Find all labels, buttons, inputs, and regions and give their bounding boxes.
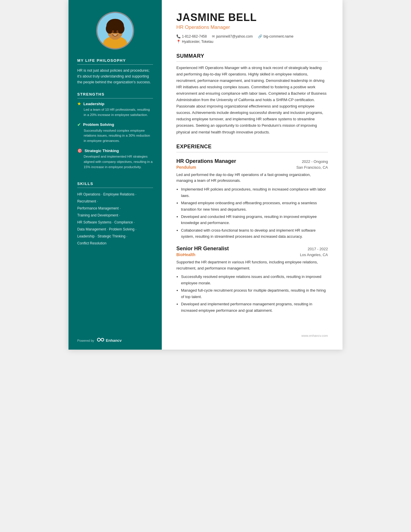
experience-title: EXPERIENCE bbox=[176, 144, 328, 152]
strength-title-leadership: ★ Leadership bbox=[77, 101, 153, 106]
job-2-bullet-1: Successfully resolved employee relations… bbox=[181, 274, 328, 286]
contact-location: 📍 Hyattcester, Tokelau bbox=[176, 40, 213, 44]
philosophy-section: MY LIFE PHILOSOPHY HR is not just about … bbox=[68, 58, 162, 92]
experience-section: EXPERIENCE HR Operations Manager 2022 - … bbox=[176, 144, 328, 315]
strength-title-problem: ✔ Problem Solving bbox=[77, 122, 153, 127]
link-icon: 🔗 bbox=[258, 34, 262, 38]
job-2-location: Los Angeles, CA bbox=[300, 253, 328, 257]
contact-row-1: 📞 1-812-662-7458 ✉ jasmine87@yahoo.com 🔗… bbox=[176, 34, 328, 38]
job-1-company: Pendulum bbox=[176, 165, 196, 170]
strength-desc-problem: Successfully resolved complex employee r… bbox=[77, 128, 153, 144]
photo-area bbox=[68, 0, 162, 58]
job-2-dates: 2017 - 2022 bbox=[308, 247, 328, 251]
powered-by-label: Powered by bbox=[77, 339, 94, 342]
job-1-header: HR Operations Manager 2022 - Ongoing bbox=[176, 158, 328, 164]
enhancv-logo: Enhancv bbox=[96, 337, 122, 344]
summary-section: SUMMARY Experienced HR Operations Manage… bbox=[176, 53, 328, 135]
job-2-bullet-3: Developed and implemented performance ma… bbox=[181, 301, 328, 313]
strength-label-strategic: Strategic Thinking bbox=[85, 149, 119, 153]
strength-strategic: 🎯 Strategic Thinking Developed and imple… bbox=[77, 148, 153, 170]
candidate-name: JASMINE BELL bbox=[176, 12, 328, 23]
main-footer: www.enhancv.com bbox=[176, 327, 328, 338]
job-2-bullets: Successfully resolved employee relations… bbox=[176, 274, 328, 313]
contact-phone: 📞 1-812-662-7458 bbox=[176, 34, 207, 38]
main-content: JASMINE BELL HR Operations Manager 📞 1-8… bbox=[162, 0, 342, 350]
strengths-section: STRENGTHS ★ Leadership Led a team of 10 … bbox=[68, 92, 162, 182]
job-1-bullets: Implemented HR policies and procedures, … bbox=[176, 186, 328, 240]
strength-problem-solving: ✔ Problem Solving Successfully resolved … bbox=[77, 122, 153, 144]
job-1-location: San Francisco, CA bbox=[296, 165, 328, 170]
job-1-bullet-4: Collaborated with cross-functional teams… bbox=[181, 227, 328, 240]
job-2-title: Senior HR Generalist bbox=[176, 246, 229, 252]
job-1-title: HR Operations Manager bbox=[176, 158, 236, 164]
philosophy-text: HR is not just about policies and proced… bbox=[77, 68, 153, 85]
contact-row-2: 📍 Hyattcester, Tokelau bbox=[176, 40, 328, 44]
philosophy-title: MY LIFE PHILOSOPHY bbox=[77, 58, 153, 65]
strength-title-strategic: 🎯 Strategic Thinking bbox=[77, 148, 153, 153]
strengths-title: STRENGTHS bbox=[77, 92, 153, 98]
svg-point-9 bbox=[116, 30, 118, 33]
location-text: Hyattcester, Tokelau bbox=[182, 40, 213, 44]
job-2-bullet-2: Managed full-cycle recruitment process f… bbox=[181, 287, 328, 300]
email-icon: ✉ bbox=[212, 34, 215, 38]
summary-title: SUMMARY bbox=[176, 53, 328, 62]
job-2-header: Senior HR Generalist 2017 - 2022 bbox=[176, 246, 328, 252]
summary-text: Experienced HR Operations Manager with a… bbox=[176, 65, 328, 135]
strength-leadership: ★ Leadership Led a team of 10 HR profess… bbox=[77, 101, 153, 118]
skills-title: SKILLS bbox=[77, 182, 153, 188]
website-url: big-comment.name bbox=[264, 34, 294, 38]
job-1-desc: Led and performed the day-to-day HR oper… bbox=[176, 172, 328, 184]
skills-section: SKILLS HR Operations · Employee Relation… bbox=[68, 182, 162, 254]
job-2-company: BioHealth bbox=[176, 252, 195, 257]
job-2-desc: Supported the HR department in various H… bbox=[176, 259, 328, 272]
check-icon: ✔ bbox=[77, 122, 81, 127]
skills-text: HR Operations · Employee Relations · Rec… bbox=[77, 191, 153, 247]
strength-label-leadership: Leadership bbox=[83, 102, 104, 106]
avatar bbox=[96, 12, 134, 50]
candidate-job-title: HR Operations Manager bbox=[176, 24, 328, 30]
job-1-bullet-1: Implemented HR policies and procedures, … bbox=[181, 186, 328, 199]
sidebar-footer: Powered by Enhancv bbox=[68, 331, 162, 350]
footer-url: www.enhancv.com bbox=[301, 334, 328, 337]
star-icon: ★ bbox=[77, 101, 81, 106]
job-1-dates: 2022 - Ongoing bbox=[302, 159, 328, 164]
job-2-company-row: BioHealth Los Angeles, CA bbox=[176, 252, 328, 257]
phone-icon: 📞 bbox=[176, 34, 181, 38]
job-1-bullet-2: Managed employee onboarding and offboard… bbox=[181, 200, 328, 212]
email-address: jasmine87@yahoo.com bbox=[216, 34, 253, 38]
location-icon: 📍 bbox=[176, 40, 181, 44]
resume-header: JASMINE BELL HR Operations Manager 📞 1-8… bbox=[176, 12, 328, 45]
job-2: Senior HR Generalist 2017 - 2022 BioHeal… bbox=[176, 246, 328, 313]
enhancv-icon bbox=[96, 337, 105, 344]
strength-desc-strategic: Developed and implemented HR strategies … bbox=[77, 154, 153, 170]
strength-label-problem: Problem Solving bbox=[83, 122, 114, 127]
phone-number: 1-812-662-7458 bbox=[182, 34, 207, 38]
job-1: HR Operations Manager 2022 - Ongoing Pen… bbox=[176, 158, 328, 240]
contact-website: 🔗 big-comment.name bbox=[258, 34, 294, 38]
job-1-company-row: Pendulum San Francisco, CA bbox=[176, 165, 328, 170]
strength-desc-leadership: Led a team of 10 HR professionals, resul… bbox=[77, 107, 153, 118]
svg-point-8 bbox=[112, 30, 114, 33]
sidebar: MY LIFE PHILOSOPHY HR is not just about … bbox=[68, 0, 162, 350]
target-icon: 🎯 bbox=[77, 148, 82, 153]
resume-wrapper: MY LIFE PHILOSOPHY HR is not just about … bbox=[68, 0, 342, 350]
brand-name: Enhancv bbox=[106, 338, 122, 343]
job-1-bullet-3: Developed and conducted HR training prog… bbox=[181, 214, 328, 226]
contact-email: ✉ jasmine87@yahoo.com bbox=[212, 34, 253, 38]
svg-point-7 bbox=[108, 19, 122, 28]
